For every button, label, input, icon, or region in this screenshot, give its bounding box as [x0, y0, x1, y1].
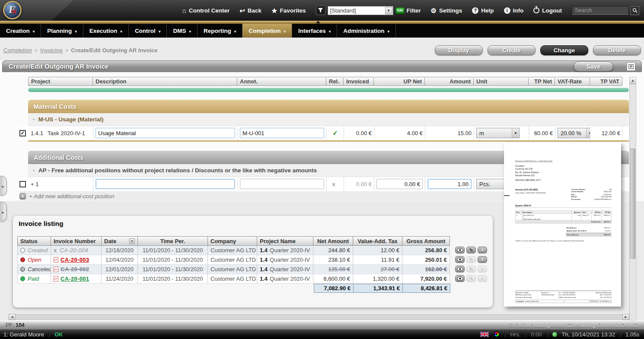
logout-button[interactable]: Logout	[533, 7, 562, 14]
invoice-number-link[interactable]: CA-20-003	[61, 257, 89, 263]
annotation-input[interactable]	[240, 179, 324, 189]
back-icon: ↩	[239, 7, 245, 14]
menu-planning[interactable]: Planning	[41, 24, 83, 38]
cancel-invoice-button[interactable]: ×	[478, 247, 487, 253]
invoice-number-link[interactable]: CA-20-001	[61, 276, 89, 282]
col-tp-vat[interactable]: TP VAT	[590, 77, 622, 86]
edit-invoice-button[interactable]: ✎	[466, 247, 476, 253]
back-button[interactable]: ↩ Back	[239, 7, 261, 14]
col-invoice-number[interactable]: Invoice Number	[51, 236, 102, 246]
col-unit[interactable]: Unit	[474, 77, 529, 86]
collapsed-section-bar[interactable]	[28, 88, 629, 92]
search-button[interactable]	[630, 6, 639, 15]
menu-control[interactable]: Control	[129, 24, 167, 38]
breadcrumb-completion[interactable]: Completion	[3, 47, 32, 54]
cancel-invoice-button[interactable]: ×	[478, 256, 487, 263]
col-vat[interactable]: Value-Add. Tax	[353, 236, 402, 246]
breadcrumb-invoicing[interactable]: Invoicing	[40, 47, 62, 54]
pdf-icon[interactable]	[54, 257, 58, 263]
menu-administration[interactable]: Administration	[337, 24, 396, 38]
invoice-period: 11/01/2020 - 11/30/2020	[138, 255, 208, 264]
scroll-right-icon[interactable]: ▶	[622, 314, 629, 320]
scroll-left-icon[interactable]: ◀	[9, 314, 16, 320]
amount-input[interactable]	[427, 179, 472, 189]
connection-status-icon	[552, 332, 557, 337]
row-checkbox[interactable]	[19, 181, 26, 187]
delete-button[interactable]: Delete	[593, 45, 641, 55]
view-invoice-button[interactable]	[455, 266, 465, 272]
description-input[interactable]	[96, 179, 235, 189]
pdf-icon[interactable]	[54, 266, 58, 272]
col-vat-rate[interactable]: VAT-Rate	[555, 77, 590, 86]
side-panel-handle[interactable]	[0, 202, 6, 222]
vertical-scrollbar[interactable]: ▲	[629, 77, 636, 320]
up-net-input[interactable]	[376, 179, 423, 189]
control-center-button[interactable]: ⌂ Control Center	[182, 7, 230, 14]
scroll-up-icon[interactable]: ▲	[630, 77, 636, 84]
color-wheel-icon[interactable]	[494, 331, 500, 337]
invoice-company: Customer AG LTD	[208, 274, 257, 283]
view-invoice-button[interactable]	[455, 275, 465, 282]
relation-ok-icon: ✓	[332, 129, 338, 137]
save-button[interactable]: Save	[574, 61, 613, 72]
maximize-button[interactable]	[627, 62, 635, 71]
info-button[interactable]: i Info	[504, 7, 524, 14]
favorites-label: Favorites	[280, 7, 306, 14]
col-description[interactable]: Description	[93, 77, 237, 86]
vertical-scroll-thumb[interactable]	[630, 149, 635, 259]
col-gross-amount[interactable]: Gross Amount	[402, 236, 450, 246]
view-invoice-button[interactable]	[455, 247, 465, 253]
description-input[interactable]	[96, 128, 235, 138]
sort-dropdown-icon[interactable]: ▼	[129, 238, 135, 244]
app-logo[interactable]	[3, 1, 22, 19]
create-button[interactable]: Create	[488, 45, 536, 55]
col-annot[interactable]: Annot.	[237, 77, 326, 86]
add-position-button[interactable]: +	[19, 193, 26, 200]
search-input[interactable]	[572, 6, 629, 15]
menu-dms[interactable]: DMS	[167, 24, 198, 38]
pdf-icon[interactable]	[54, 276, 58, 282]
add-position-label[interactable]: + Add new additional-cost position	[29, 193, 114, 200]
no-pdf-icon: x	[54, 247, 57, 253]
menu-execution[interactable]: Execution	[83, 24, 129, 38]
col-date[interactable]: Date▼	[102, 236, 138, 246]
col-time-period[interactable]: Time Per.	[138, 236, 208, 246]
settings-button[interactable]: ⚙ Settings	[431, 7, 462, 14]
filter-funnel-icon[interactable]	[316, 6, 325, 15]
vat-rate-select[interactable]: 20.00 %▼	[558, 128, 590, 138]
menu-reporting[interactable]: Reporting	[198, 24, 242, 38]
col-tp-net[interactable]: TP Net	[529, 77, 555, 86]
pdf-payment-note: Zahlbar rein netto ohne Abzug innerhalb …	[515, 240, 612, 241]
col-up-net[interactable]: UP Net	[374, 77, 425, 86]
invoice-period: 11/01/2020 - 11/30/2020	[138, 246, 208, 255]
col-invoiced[interactable]: Invoiced	[344, 77, 374, 86]
col-net-amount[interactable]: Net Amount	[313, 236, 353, 246]
annotation-input[interactable]	[240, 128, 324, 138]
menu-creation[interactable]: Creation	[0, 24, 41, 38]
col-status[interactable]: Status	[17, 236, 51, 246]
col-rel[interactable]: Rel.	[326, 77, 344, 86]
menu-completion[interactable]: Completion	[242, 24, 292, 38]
invoice-pdf-preview[interactable]: Musterfirma GmbH, Musterstr. 1, 12345 Mu…	[504, 143, 621, 307]
col-project-name[interactable]: Project Name	[257, 236, 313, 246]
unit-select[interactable]: m▼	[476, 128, 520, 138]
help-label: Help	[481, 7, 494, 14]
pdf-invoice-title: Invoice [CA-20-003]	[515, 188, 545, 191]
help-button[interactable]: ? Help	[472, 7, 494, 14]
col-amount[interactable]: Amount	[425, 77, 474, 86]
uk-flag-icon[interactable]	[480, 332, 489, 337]
row-checkbox[interactable]	[19, 130, 26, 136]
display-button[interactable]: Display	[435, 45, 483, 55]
col-project[interactable]: Project	[28, 77, 93, 86]
horizontal-scrollbar[interactable]: ◀ ▶	[9, 314, 629, 320]
menu-interfaces[interactable]: Interfaces	[292, 24, 337, 38]
col-company[interactable]: Company	[208, 236, 257, 246]
side-panel-handle[interactable]	[0, 176, 6, 196]
favorites-button[interactable]: ★ Favorites	[271, 7, 306, 14]
horizontal-scroll-track[interactable]	[16, 314, 622, 320]
change-button[interactable]: Change	[540, 45, 588, 55]
chevron-down-icon	[234, 28, 236, 34]
filter-preset-select[interactable]: [Standard] ▼	[328, 6, 393, 15]
filter-on-toggle[interactable]: ON	[395, 7, 405, 14]
view-invoice-button[interactable]	[455, 256, 465, 263]
